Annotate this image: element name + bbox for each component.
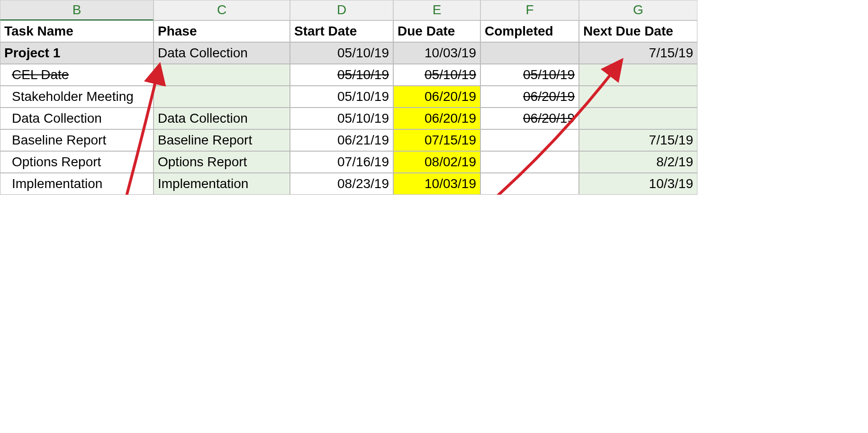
header-start-date[interactable]: Start Date [290, 20, 393, 42]
header-task-name[interactable]: Task Name [0, 20, 154, 42]
col-header-D[interactable]: D [290, 0, 393, 20]
cell-completed[interactable] [480, 173, 579, 195]
col-header-G[interactable]: G [579, 0, 697, 20]
header-completed[interactable]: Completed [480, 20, 579, 42]
cell-start[interactable]: 05/10/19 [290, 64, 393, 86]
cell-completed[interactable] [480, 151, 579, 173]
cell-phase[interactable]: Implementation [154, 173, 290, 195]
cell-next-due[interactable]: 7/15/19 [579, 42, 697, 64]
cell-phase[interactable] [154, 86, 290, 108]
cell-next-due[interactable] [579, 108, 697, 129]
header-next-due[interactable]: Next Due Date [579, 20, 697, 42]
cell-phase[interactable] [154, 64, 290, 86]
cell-phase[interactable]: Data Collection [154, 42, 290, 64]
spreadsheet-grid: B C D E F G Task Name Phase Start Date D… [0, 0, 697, 195]
cell-phase[interactable]: Baseline Report [154, 129, 290, 151]
cell-task[interactable]: Stakeholder Meeting [0, 86, 154, 108]
cell-completed[interactable]: 06/20/19 [480, 108, 579, 129]
cell-due[interactable]: 08/02/19 [393, 151, 480, 173]
cell-task[interactable]: Project 1 [0, 42, 154, 64]
col-header-B[interactable]: B [0, 0, 154, 20]
cell-next-due[interactable] [579, 64, 697, 86]
cell-due[interactable]: 07/15/19 [393, 129, 480, 151]
cell-task[interactable]: Data Collection [0, 108, 154, 129]
cell-task[interactable]: Options Report [0, 151, 154, 173]
header-due-date[interactable]: Due Date [393, 20, 480, 42]
cell-start[interactable]: 05/10/19 [290, 86, 393, 108]
cell-start[interactable]: 08/23/19 [290, 173, 393, 195]
cell-completed[interactable] [480, 129, 579, 151]
cell-task[interactable]: Implementation [0, 173, 154, 195]
cell-start[interactable]: 05/10/19 [290, 108, 393, 129]
cell-phase[interactable]: Data Collection [154, 108, 290, 129]
cell-completed[interactable]: 06/20/19 [480, 86, 579, 108]
cell-due[interactable]: 10/03/19 [393, 173, 480, 195]
cell-phase[interactable]: Options Report [154, 151, 290, 173]
cell-completed[interactable]: 05/10/19 [480, 64, 579, 86]
col-header-E[interactable]: E [393, 0, 480, 20]
cell-due[interactable]: 05/10/19 [393, 64, 480, 86]
cell-next-due[interactable]: 8/2/19 [579, 151, 697, 173]
col-header-C[interactable]: C [154, 0, 290, 20]
cell-next-due[interactable] [579, 86, 697, 108]
cell-start[interactable]: 06/21/19 [290, 129, 393, 151]
cell-due[interactable]: 06/20/19 [393, 86, 480, 108]
cell-next-due[interactable]: 10/3/19 [579, 173, 697, 195]
cell-completed[interactable] [480, 42, 579, 64]
cell-task[interactable]: Baseline Report [0, 129, 154, 151]
cell-due[interactable]: 10/03/19 [393, 42, 480, 64]
cell-task[interactable]: CEL Date [0, 64, 154, 86]
cell-due[interactable]: 06/20/19 [393, 108, 480, 129]
col-header-F[interactable]: F [480, 0, 579, 20]
cell-start[interactable]: 07/16/19 [290, 151, 393, 173]
header-phase[interactable]: Phase [154, 20, 290, 42]
cell-next-due[interactable]: 7/15/19 [579, 129, 697, 151]
cell-start[interactable]: 05/10/19 [290, 42, 393, 64]
